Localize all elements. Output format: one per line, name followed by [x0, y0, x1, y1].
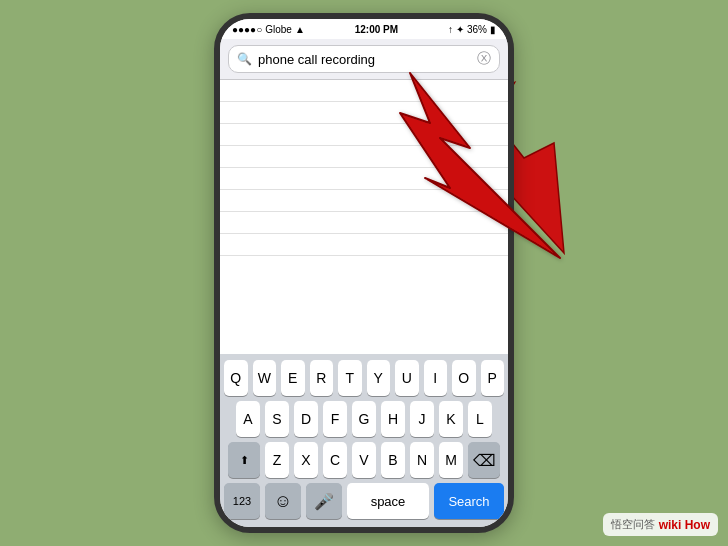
result-line-8 [220, 234, 508, 256]
key-search[interactable]: Search [434, 483, 504, 519]
keyboard-bottom-row: 123 ☺ 🎤 space Search [224, 483, 504, 519]
battery-percent: 36% [467, 24, 487, 35]
key-p[interactable]: P [481, 360, 505, 396]
phone-wrapper: ●●●●○ Globe ▲ 12:00 PM ↑ ✦ 36% ▮ 🔍 phone… [214, 13, 514, 533]
key-shift[interactable]: ⬆ [228, 442, 260, 478]
key-s[interactable]: S [265, 401, 289, 437]
upload-icon: ↑ [448, 24, 453, 35]
key-m[interactable]: M [439, 442, 463, 478]
result-line-6 [220, 190, 508, 212]
key-j[interactable]: J [410, 401, 434, 437]
key-l[interactable]: L [468, 401, 492, 437]
key-g[interactable]: G [352, 401, 376, 437]
key-h[interactable]: H [381, 401, 405, 437]
keyboard-row-2: A S D F G H J K L [224, 401, 504, 437]
key-o[interactable]: O [452, 360, 476, 396]
key-k[interactable]: K [439, 401, 463, 437]
key-z[interactable]: Z [265, 442, 289, 478]
key-u[interactable]: U [395, 360, 419, 396]
wifi-icon: ▲ [295, 24, 305, 35]
search-query[interactable]: phone call recording [258, 52, 471, 67]
keyboard: Q W E R T Y U I O P A S D F G H J K [220, 354, 508, 527]
key-v[interactable]: V [352, 442, 376, 478]
key-d[interactable]: D [294, 401, 318, 437]
search-clear-icon[interactable]: ⓧ [477, 50, 491, 68]
search-bar[interactable]: 🔍 phone call recording ⓧ [228, 45, 500, 73]
signal-dots: ●●●●○ [232, 24, 262, 35]
key-i[interactable]: I [424, 360, 448, 396]
key-n[interactable]: N [410, 442, 434, 478]
key-w[interactable]: W [253, 360, 277, 396]
result-line-7 [220, 212, 508, 234]
status-right: ↑ ✦ 36% ▮ [448, 24, 496, 35]
key-f[interactable]: F [323, 401, 347, 437]
key-emoji[interactable]: ☺ [265, 483, 301, 519]
status-left: ●●●●○ Globe ▲ [232, 24, 305, 35]
search-bar-container: 🔍 phone call recording ⓧ [220, 39, 508, 80]
bluetooth-icon: ✦ [456, 24, 464, 35]
status-time: 12:00 PM [355, 24, 398, 35]
key-x[interactable]: X [294, 442, 318, 478]
key-e[interactable]: E [281, 360, 305, 396]
key-r[interactable]: R [310, 360, 334, 396]
watermark: 悟空问答 wiki How [603, 513, 718, 536]
result-line-2 [220, 102, 508, 124]
key-c[interactable]: C [323, 442, 347, 478]
key-delete[interactable]: ⌫ [468, 442, 500, 478]
keyboard-row-3: ⬆ Z X C V B N M ⌫ [224, 442, 504, 478]
carrier-name: Globe [265, 24, 292, 35]
search-magnifier-icon: 🔍 [237, 52, 252, 66]
key-b[interactable]: B [381, 442, 405, 478]
key-y[interactable]: Y [367, 360, 391, 396]
key-q[interactable]: Q [224, 360, 248, 396]
key-t[interactable]: T [338, 360, 362, 396]
result-line-3 [220, 124, 508, 146]
result-line-4 [220, 146, 508, 168]
phone-frame: ●●●●○ Globe ▲ 12:00 PM ↑ ✦ 36% ▮ 🔍 phone… [214, 13, 514, 533]
key-space[interactable]: space [347, 483, 429, 519]
key-123[interactable]: 123 [224, 483, 260, 519]
key-mic[interactable]: 🎤 [306, 483, 342, 519]
wikihow-brand: wiki How [659, 518, 710, 532]
status-bar: ●●●●○ Globe ▲ 12:00 PM ↑ ✦ 36% ▮ [220, 19, 508, 39]
keyboard-row-1: Q W E R T Y U I O P [224, 360, 504, 396]
result-line-5 [220, 168, 508, 190]
result-line-1 [220, 80, 508, 102]
key-a[interactable]: A [236, 401, 260, 437]
wikihow-site: 悟空问答 [611, 517, 655, 532]
results-area [220, 80, 508, 280]
battery-icon: ▮ [490, 24, 496, 35]
